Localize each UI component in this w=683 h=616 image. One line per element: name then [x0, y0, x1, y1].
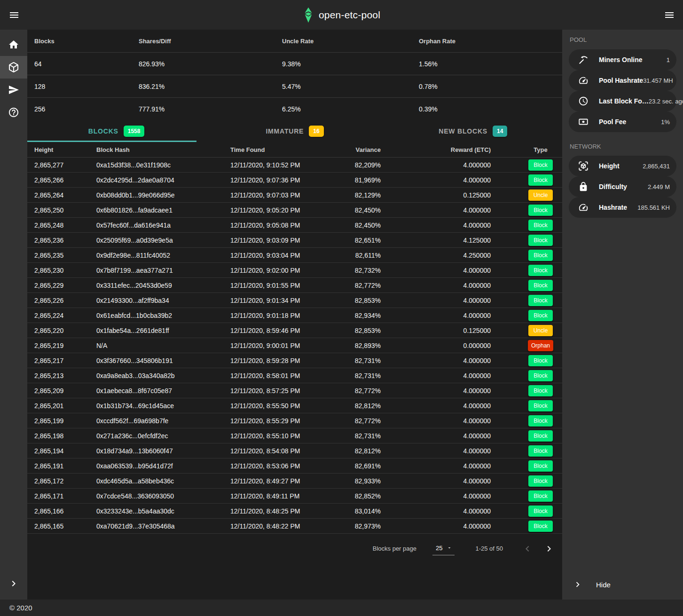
luck-table-row: 256777.91%6.25%0.39% — [27, 98, 562, 120]
stats-side-panel: POOL Miners Online1Pool Hashrate31.457 M… — [562, 30, 683, 600]
pool-stat-miners-online: Miners Online1 — [569, 49, 676, 70]
page-range-label: 1-25 of 50 — [475, 545, 503, 552]
block-type-cell: Uncle — [491, 190, 562, 201]
block-type-chip: Block — [528, 521, 553, 532]
chevron-left-icon[interactable] — [522, 543, 533, 554]
block-type-cell: Block — [491, 460, 562, 472]
luck-cell: 836.21% — [139, 83, 282, 90]
per-page-label: Blocks per page — [373, 545, 416, 552]
block-height: 2,865,166 — [27, 507, 96, 515]
block-variance: 82,731% — [343, 432, 381, 440]
blocks-tabs: BLOCKS1558IMMATURE16NEW BLOCKS14 — [27, 120, 562, 142]
block-variance: 82,893% — [343, 342, 381, 349]
table-row: 2,865,2770xa15d3f38...0e31f1908c12/11/20… — [27, 158, 562, 173]
block-height: 2,865,250 — [27, 206, 96, 214]
table-row: 2,865,2660x2dc4295d...2dae0a870412/11/20… — [27, 173, 562, 188]
per-page-select[interactable]: 25 — [432, 542, 455, 555]
block-type-chip: Block — [528, 490, 553, 502]
block-type-chip: Uncle — [528, 325, 553, 336]
block-hash: 0x7cdce548...3636093050 — [96, 492, 230, 500]
block-type-chip: Block — [528, 370, 553, 381]
luck-cell: 0.39% — [419, 105, 562, 113]
block-type-cell: Block — [491, 310, 562, 321]
luck-table-row: 64826.93%9.38%1.56% — [27, 53, 562, 75]
block-reward: 4.000000 — [381, 447, 491, 455]
tab-blocks[interactable]: BLOCKS1558 — [27, 120, 205, 142]
block-time: 12/11/2020, 9:05:20 PM — [230, 206, 343, 214]
block-time: 12/11/2020, 8:59:46 PM — [230, 327, 343, 334]
block-reward: 4.000000 — [381, 462, 491, 470]
expand-nav-button[interactable] — [0, 572, 27, 595]
block-type-chip: Block — [528, 355, 553, 366]
table-row: 2,865,1660x3233243e...b5a4aa30dc12/11/20… — [27, 504, 562, 519]
stat-label: Pool Fee — [599, 118, 626, 126]
block-type-cell: Block — [491, 235, 562, 246]
stat-label: Difficulty — [599, 183, 627, 190]
block-time: 12/11/2020, 9:01:34 PM — [230, 297, 343, 304]
block-reward: 4.000000 — [381, 176, 491, 184]
send-icon — [8, 84, 19, 95]
block-type-cell: Block — [491, 220, 562, 231]
sidebar-item-help[interactable] — [0, 101, 27, 124]
sidebar-item-home[interactable] — [0, 33, 27, 56]
block-variance: 82,934% — [343, 312, 381, 319]
hide-panel-button[interactable]: Hide — [562, 573, 683, 596]
home-icon — [8, 39, 19, 50]
block-hash: 0xaa063539...b95d41d72f — [96, 462, 230, 470]
block-hash: 0x57fec60f...da616e941a — [96, 221, 230, 229]
caret-down-icon — [447, 545, 452, 551]
block-time: 12/11/2020, 8:55:50 PM — [230, 402, 343, 410]
chevron-right-icon[interactable] — [543, 543, 555, 554]
block-reward: 4.000000 — [381, 267, 491, 274]
block-reward: 4.250000 — [381, 252, 491, 259]
col-header: Blocks — [34, 38, 139, 45]
help-icon — [8, 107, 19, 118]
block-type-cell: Block — [491, 430, 562, 442]
block-height: 2,865,172 — [27, 477, 96, 485]
block-variance: 82,651% — [343, 237, 381, 244]
table-row: 2,865,2480x57fec60f...da616e941a12/11/20… — [27, 218, 562, 233]
table-row: 2,865,219N/A12/11/2020, 9:00:01 PM82,893… — [27, 338, 562, 353]
sidebar-item-blocks[interactable] — [0, 56, 27, 79]
table-row: 2,865,2240x61eabfcd...1b0cba39b212/11/20… — [27, 308, 562, 323]
block-time: 12/11/2020, 9:02:00 PM — [230, 267, 343, 274]
stat-value: 31.457 MH — [643, 77, 673, 84]
table-row: 2,865,2360x25095f69...a0d39e9e5a12/11/20… — [27, 233, 562, 248]
block-reward: 4.000000 — [381, 477, 491, 485]
block-time: 12/11/2020, 9:05:08 PM — [230, 221, 343, 229]
stat-value: 185.561 KH — [637, 204, 670, 211]
block-time: 12/11/2020, 9:01:55 PM — [230, 282, 343, 289]
tab-immature[interactable]: IMMATURE16 — [205, 120, 384, 142]
block-variance: 82,772% — [343, 282, 381, 289]
block-time: 12/11/2020, 9:03:04 PM — [230, 252, 343, 259]
menu-icon[interactable] — [8, 9, 20, 21]
tab-new-blocks[interactable]: NEW BLOCKS14 — [384, 120, 562, 142]
block-height: 2,865,219 — [27, 342, 96, 349]
table-row: 2,865,1910xaa063539...b95d41d72f12/11/20… — [27, 458, 562, 474]
block-time: 12/11/2020, 8:54:08 PM — [230, 447, 343, 455]
block-type-cell: Orphan — [491, 340, 562, 351]
sidebar-item-payments[interactable] — [0, 79, 27, 101]
table-row: 2,865,2010x1b31b734...69c1d45ace12/11/20… — [27, 398, 562, 413]
block-type-cell: Block — [491, 385, 562, 396]
block-variance: 82,731% — [343, 372, 381, 379]
block-time: 12/11/2020, 8:49:27 PM — [230, 477, 343, 485]
menu-icon[interactable] — [664, 9, 675, 21]
block-time: 12/11/2020, 9:07:03 PM — [230, 191, 343, 199]
left-nav-rail — [0, 30, 27, 600]
block-hash: 0xa15d3f38...0e31f1908c — [96, 161, 230, 169]
block-reward: 4.000000 — [381, 387, 491, 395]
pool-stat-pool-hashrate: Pool Hashrate31.457 MH — [569, 70, 676, 91]
block-type-chip: Block — [528, 445, 553, 457]
block-type-chip: Block — [528, 460, 553, 472]
stat-value: 2.449 M — [648, 183, 670, 190]
block-reward: 4.000000 — [381, 282, 491, 289]
main-content: Blocks Shares/Diff Uncle Rate Orphan Rat… — [27, 30, 562, 600]
luck-cell: 826.93% — [139, 60, 282, 68]
block-variance: 82,933% — [343, 477, 381, 485]
network-section-title: NETWORK — [570, 143, 683, 150]
network-stat-hashrate: Hashrate185.561 KH — [569, 197, 676, 218]
network-stat-height: Height2,865,431 — [569, 156, 676, 176]
cube-scan-icon — [578, 161, 589, 171]
block-time: 12/11/2020, 8:48:25 PM — [230, 507, 343, 515]
